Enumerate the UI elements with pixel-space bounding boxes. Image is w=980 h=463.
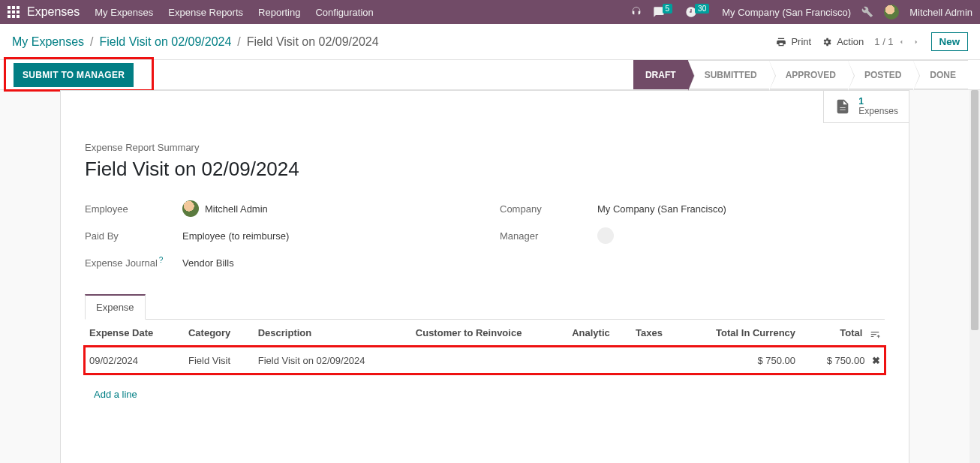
breadcrumb-root[interactable]: My Expenses	[12, 35, 84, 49]
col-customer[interactable]: Customer to Reinvoice	[411, 320, 567, 347]
status-done[interactable]: DONE	[913, 60, 968, 89]
top-nav: Expenses My Expenses Expense Reports Rep…	[0, 0, 980, 24]
expenses-stat-button[interactable]: 1 Expenses	[823, 90, 909, 123]
col-description[interactable]: Description	[254, 320, 411, 347]
manager-avatar-icon	[597, 227, 614, 244]
cell-category[interactable]: Field Visit	[184, 347, 254, 374]
activities-icon[interactable]: 30	[685, 6, 711, 18]
status-posted[interactable]: POSTED	[848, 60, 913, 89]
print-button[interactable]: Print	[776, 36, 811, 47]
status-submitted[interactable]: SUBMITTED	[688, 60, 769, 89]
cell-date[interactable]: 09/02/2024	[85, 347, 184, 374]
company-selector[interactable]: My Company (San Francisco)	[722, 7, 851, 18]
control-bar: My Expenses / Field Visit on 02/09/2024 …	[0, 24, 980, 60]
cell-taxes[interactable]	[631, 347, 680, 374]
chevron-left-icon	[897, 38, 905, 46]
menu-configuration[interactable]: Configuration	[315, 7, 373, 18]
add-line-button[interactable]: Add a line	[89, 381, 142, 407]
help-icon[interactable]: ?	[159, 256, 164, 264]
new-button[interactable]: New	[931, 32, 968, 51]
breadcrumb-parent[interactable]: Field Visit on 02/09/2024	[100, 35, 232, 49]
breadcrumb: My Expenses / Field Visit on 02/09/2024 …	[12, 35, 379, 49]
breadcrumb-current: Field Visit on 02/09/2024	[247, 35, 379, 49]
company-field[interactable]: My Company (San Francisco)	[597, 203, 726, 215]
expense-lines-table: Expense Date Category Description Custom…	[85, 320, 885, 437]
pager[interactable]: 1 / 1	[874, 36, 893, 47]
submit-to-manager-button[interactable]: SUBMIT TO MANAGER	[14, 63, 134, 87]
cell-total[interactable]: $ 750.00 ✖	[800, 347, 885, 374]
pager-prev[interactable]	[894, 35, 909, 50]
print-icon	[776, 37, 786, 47]
status-bar: DRAFT SUBMITTED APPROVED POSTED DONE	[633, 60, 968, 89]
col-total-currency[interactable]: Total In Currency	[680, 320, 800, 347]
cell-description[interactable]: Field Visit on 02/09/2024	[254, 347, 411, 374]
record-title[interactable]: Field Visit on 02/09/2024	[85, 158, 885, 181]
action-button[interactable]: Action	[822, 36, 864, 47]
employee-avatar-icon	[182, 200, 199, 217]
gear-icon	[822, 37, 832, 47]
employee-field[interactable]: Mitchell Admin	[182, 200, 268, 217]
user-avatar[interactable]	[884, 5, 899, 20]
col-category[interactable]: Category	[184, 320, 254, 347]
col-analytic[interactable]: Analytic	[567, 320, 631, 347]
debug-icon[interactable]	[861, 6, 873, 18]
form-sheet: 1 Expenses Expense Report Summary Field …	[60, 90, 909, 463]
col-total[interactable]: Total	[800, 320, 885, 347]
messaging-icon[interactable]: 5	[653, 6, 675, 18]
manager-field[interactable]	[597, 227, 620, 244]
status-approved[interactable]: APPROVED	[769, 60, 848, 89]
activities-badge: 30	[695, 4, 709, 14]
scrollbar[interactable]	[969, 90, 980, 463]
company-label: Company	[500, 203, 597, 215]
support-icon[interactable]	[630, 6, 642, 18]
summary-subtitle: Expense Report Summary	[85, 142, 885, 153]
user-name[interactable]: Mitchell Admin	[909, 7, 972, 18]
menu-expense-reports[interactable]: Expense Reports	[168, 7, 243, 18]
delete-row-icon[interactable]: ✖	[867, 355, 880, 366]
app-brand[interactable]: Expenses	[27, 5, 80, 19]
paid-by-field[interactable]: Employee (to reimburse)	[182, 230, 289, 242]
menu-reporting[interactable]: Reporting	[258, 7, 300, 18]
document-icon	[834, 98, 851, 115]
stat-label: Expenses	[858, 107, 898, 116]
pager-next[interactable]	[909, 35, 924, 50]
cell-analytic[interactable]	[567, 347, 631, 374]
chevron-right-icon	[912, 38, 920, 46]
scrollbar-thumb[interactable]	[971, 90, 978, 330]
cell-customer[interactable]	[411, 347, 567, 374]
messaging-badge: 5	[663, 4, 673, 14]
columns-options-icon[interactable]	[870, 329, 880, 339]
col-taxes[interactable]: Taxes	[631, 320, 680, 347]
apps-icon[interactable]	[8, 6, 20, 18]
journal-label: Expense Journal?	[85, 256, 182, 269]
tab-expense[interactable]: Expense	[85, 294, 146, 320]
tabs: Expense	[85, 293, 885, 320]
journal-field[interactable]: Vendor Bills	[182, 257, 234, 269]
table-row[interactable]: 09/02/2024 Field Visit Field Visit on 02…	[85, 347, 885, 374]
paid-by-label: Paid By	[85, 230, 182, 242]
manager-label: Manager	[500, 230, 597, 242]
status-row: SUBMIT TO MANAGER DRAFT SUBMITTED APPROV…	[0, 60, 980, 90]
col-date[interactable]: Expense Date	[85, 320, 184, 347]
employee-label: Employee	[85, 203, 182, 215]
cell-total-currency[interactable]: $ 750.00	[680, 347, 800, 374]
status-draft[interactable]: DRAFT	[633, 60, 688, 89]
menu-my-expenses[interactable]: My Expenses	[95, 7, 153, 18]
form-scroll[interactable]: 1 Expenses Expense Report Summary Field …	[0, 90, 969, 463]
